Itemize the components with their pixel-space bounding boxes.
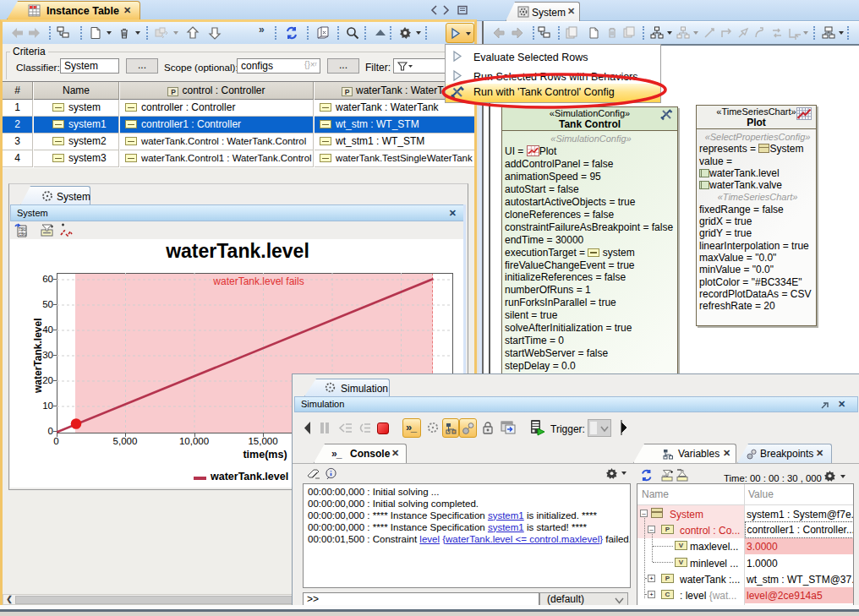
svg-text:TSU: TSU [19,227,26,232]
svg-text:CSU: CSU [19,232,27,237]
